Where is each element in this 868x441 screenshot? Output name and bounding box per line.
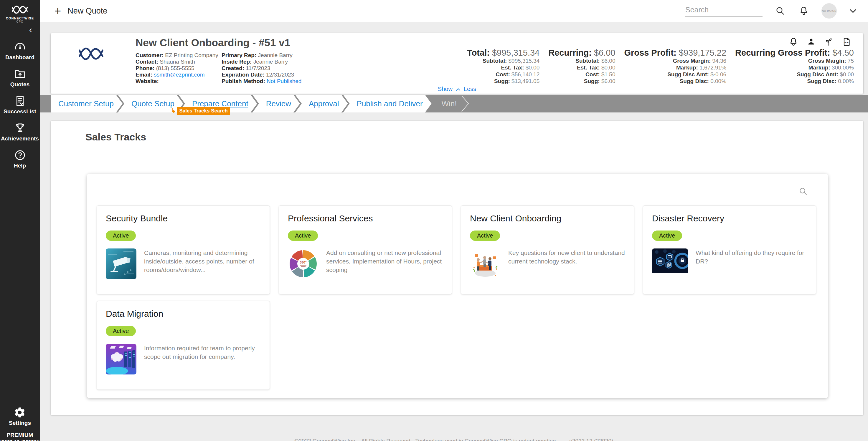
connectwise-mark-icon	[10, 3, 30, 16]
tab-approval[interactable]: Approval	[295, 95, 348, 112]
card-title: Security Bundle	[106, 213, 261, 224]
total-row-label: Sugg Disc:	[680, 78, 709, 84]
checklist-doc-icon	[14, 95, 26, 107]
quote-pdf-button[interactable]: PDF	[841, 37, 851, 47]
total-row-value: 300.00%	[832, 65, 854, 71]
badge-arrow-icon: ↳	[170, 107, 176, 114]
info-label: Contact:	[135, 59, 158, 65]
avatar-text: NO IMAGE	[822, 9, 836, 12]
tab-label: Customer Setup	[58, 99, 114, 108]
sales-track-card-disaster-recovery[interactable]: Disaster Recovery Active	[643, 205, 816, 294]
total-row-value: $995,315.34	[508, 58, 540, 64]
workflow-bar: Customer Setup Quote Setup Prepare Conte…	[40, 95, 868, 112]
totals-column-recurring: Recurring: $6.00 Subtotal: $6.00 Est. Ta…	[548, 48, 615, 84]
content-area: New Client Onboarding - #51 v1 Customer:…	[40, 22, 868, 441]
total-row-value: $0.00	[601, 65, 616, 71]
security-camera-image	[106, 248, 136, 280]
total-row-value: $56,140.12	[512, 71, 539, 77]
total-row-value: 94.36	[712, 58, 726, 64]
footer-version: v2023.12 (23930)	[569, 438, 614, 441]
status-badge: Active	[106, 326, 136, 336]
quote-totals: Total: $995,315.34 Subtotal: $995,315.34…	[467, 48, 854, 84]
sidebar-item-achievements[interactable]: Achievements	[0, 122, 40, 142]
total-row-value: $6.00	[601, 58, 616, 64]
total-row-label: Cost:	[585, 71, 600, 77]
app-window: CONNECTWISE CPQ ‹ Dashboard Quotes	[0, 0, 868, 441]
total-value: $939,175.22	[679, 48, 726, 58]
total-row-value: $6.00	[601, 78, 616, 84]
info-value: (813) 555-5555	[156, 65, 194, 71]
badge-label: Sales Tracks Search	[177, 107, 230, 115]
avatar[interactable]: NO IMAGE	[822, 3, 837, 19]
total-row-label: Sugg Disc Amt:	[797, 71, 838, 77]
card-title: New Client Onboarding	[470, 213, 625, 224]
sidebar-item-help[interactable]: Help	[0, 149, 40, 169]
sidebar-nav: Dashboard Quotes SuccessList	[0, 41, 40, 169]
notifications-button[interactable]	[798, 5, 810, 17]
quote-contact-button[interactable]	[806, 37, 816, 47]
quote-notifications-button[interactable]	[788, 37, 799, 47]
quote-header-icons: PDF	[788, 37, 851, 47]
status-badge: Active	[470, 231, 500, 241]
search-button[interactable]	[774, 5, 786, 17]
prepare-content-panel: Sales Tracks Security Bundle Active	[51, 121, 863, 415]
quote-sustainability-button[interactable]	[824, 37, 834, 47]
version-label: (2023.12 (23930))	[0, 439, 40, 441]
sidebar-item-label: SuccessList	[3, 108, 36, 115]
card-description: Add on consulting or net new professiona…	[326, 248, 443, 274]
total-row-label: Subtotal:	[576, 58, 599, 64]
total-row-value: 0.00%	[710, 78, 726, 84]
card-title: Data Migration	[106, 309, 261, 319]
info-label: Inside Rep:	[222, 59, 252, 65]
tracks-search-button[interactable]	[799, 186, 808, 196]
info-label: Expiration Date:	[222, 72, 265, 78]
sales-track-card-data-migration[interactable]: Data Migration Active	[97, 301, 270, 390]
show-less-toggle[interactable]: ShowLess	[51, 86, 863, 93]
sidebar-item-dashboard[interactable]: Dashboard	[0, 41, 40, 61]
publish-method-link[interactable]: Not Published	[267, 78, 302, 84]
total-label: Recurring:	[548, 48, 592, 58]
sidebar-collapse-button[interactable]: ‹	[29, 26, 36, 34]
total-row-label: Est. Tax:	[501, 65, 524, 71]
tab-review[interactable]: Review	[252, 95, 300, 112]
total-value: $6.00	[594, 48, 616, 58]
new-quote-button[interactable]: + New Quote	[55, 6, 107, 16]
total-row-label: Est. Tax:	[577, 65, 600, 71]
sales-track-card-new-client-onboarding[interactable]: New Client Onboarding Active	[461, 205, 634, 294]
quote-info-right: Primary Rep: Jeannie Barry Inside Rep: J…	[222, 52, 302, 84]
page-title: Sales Tracks	[86, 131, 146, 143]
card-title: Disaster Recovery	[652, 213, 807, 224]
bell-icon	[799, 6, 809, 16]
chevron-up-icon	[456, 88, 461, 91]
sales-track-card-security-bundle[interactable]: Security Bundle Active	[97, 205, 270, 294]
tab-label: Quote Setup	[131, 99, 175, 108]
plus-icon: +	[55, 6, 61, 16]
email-link[interactable]: ssmith@ezprint.com	[154, 72, 205, 78]
sales-track-card-professional-services[interactable]: Professional Services Active	[279, 205, 452, 294]
total-row-value: $1.50	[601, 71, 616, 77]
sidebar-item-label: Settings	[9, 420, 31, 426]
total-row-value: $0.00	[526, 65, 540, 71]
total-row-value: $0.00	[840, 71, 854, 77]
info-value: EZ Printing Company	[165, 52, 218, 58]
info-label: Created:	[222, 65, 244, 71]
account-menu-button[interactable]	[848, 6, 858, 15]
tab-customer-setup[interactable]: Customer Setup	[51, 95, 123, 112]
sidebar-item-label: Quotes	[10, 81, 29, 88]
folder-upload-icon	[14, 68, 26, 80]
total-label: Total:	[467, 48, 490, 58]
search-icon	[799, 186, 808, 196]
sidebar-item-settings[interactable]: Settings	[9, 406, 31, 426]
card-description: What kind of offering do they require fo…	[695, 248, 807, 266]
footer-copyright: ©2023 ConnectWise Inc. - All Rights Rese…	[294, 438, 556, 441]
sidebar-bottom: Settings PREMIUM (2023.12 (23930))	[0, 406, 40, 441]
tab-publish-and-deliver[interactable]: Publish and Deliver	[343, 95, 432, 112]
footer: ©2023 ConnectWise Inc. - All Rights Rese…	[40, 438, 868, 441]
total-row-value: $-0.06	[710, 71, 726, 77]
status-badge: Active	[652, 231, 682, 241]
svg-text:PDF: PDF	[844, 41, 848, 43]
sidebar-item-quotes[interactable]: Quotes	[0, 68, 40, 88]
svg-text:360°: 360°	[300, 261, 307, 264]
sidebar-item-successlist[interactable]: SuccessList	[0, 95, 40, 115]
search-input[interactable]	[685, 6, 763, 14]
